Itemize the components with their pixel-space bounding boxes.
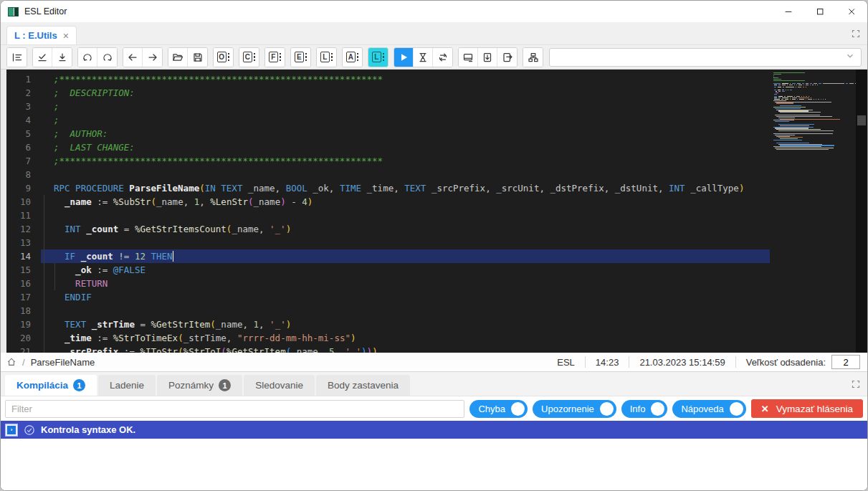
apply-button[interactable] bbox=[52, 48, 72, 67]
syntax-check-button[interactable] bbox=[33, 48, 52, 67]
code-line[interactable]: 9RPC PROCEDURE ParseFileName(IN TEXT _na… bbox=[6, 181, 770, 195]
loop-button[interactable] bbox=[433, 48, 452, 67]
code-line[interactable]: 4; bbox=[6, 113, 770, 127]
object-tree-button[interactable] bbox=[523, 48, 543, 67]
line-content[interactable]: ;***************************************… bbox=[41, 154, 770, 168]
insert-local-variable-button[interactable]: L bbox=[317, 48, 336, 67]
line-content[interactable]: TEXT _strTime = %GetStrItem(_name, 1, '_… bbox=[41, 318, 770, 331]
indent-settings-button[interactable] bbox=[7, 48, 27, 67]
import-document-button[interactable] bbox=[478, 48, 497, 67]
code-line[interactable]: 3; bbox=[6, 100, 770, 113]
code-line[interactable]: 20 _time := %StrToTimeEx(_strTime, "rrrr… bbox=[6, 331, 770, 345]
line-number[interactable]: 21 bbox=[6, 345, 41, 353]
toggle-bottom-panel-button[interactable] bbox=[459, 48, 478, 67]
tab-compilation[interactable]: Kompilácia1 bbox=[5, 375, 97, 396]
code-editor[interactable]: 1;**************************************… bbox=[1, 70, 867, 353]
code-line[interactable]: 12 INT _count = %GetStrItemsCount(_name,… bbox=[6, 222, 770, 236]
code-area[interactable]: 1;**************************************… bbox=[6, 72, 770, 353]
code-line[interactable]: 7;**************************************… bbox=[6, 154, 770, 168]
code-line[interactable]: 10 _name := %SubStr(_name, 1, %LenStr(_n… bbox=[6, 195, 770, 209]
insert-function-button[interactable]: F bbox=[265, 48, 285, 67]
line-content[interactable]: ; DESCRIPTION: bbox=[41, 86, 770, 100]
insert-action-button[interactable]: A bbox=[343, 48, 362, 67]
minimap[interactable] bbox=[770, 72, 856, 353]
minimize-button[interactable] bbox=[773, 1, 804, 22]
line-content[interactable]: _name := %SubStr(_name, 1, %LenStr(_name… bbox=[41, 195, 770, 209]
code-line[interactable]: 18 bbox=[6, 304, 770, 318]
toggle-knob[interactable] bbox=[651, 402, 664, 416]
indent-size-input[interactable] bbox=[831, 355, 860, 369]
code-line[interactable]: 21 _srcPrefix := %IToStr(%StrToI(%GetStr… bbox=[6, 345, 770, 353]
line-content[interactable]: ; bbox=[41, 100, 770, 113]
line-content[interactable] bbox=[41, 209, 770, 222]
line-number[interactable]: 20 bbox=[6, 331, 41, 345]
object-selector-combobox[interactable] bbox=[549, 48, 862, 67]
line-content[interactable]: ; LAST CHANGE: bbox=[41, 140, 770, 154]
line-content[interactable]: ; bbox=[41, 113, 770, 127]
toggle-knob[interactable] bbox=[600, 402, 614, 416]
code-line[interactable]: 5; AUTHOR: bbox=[6, 127, 770, 140]
clear-messages-button[interactable]: ✕ Vymazať hlásenia bbox=[751, 399, 863, 418]
line-content[interactable] bbox=[41, 304, 770, 318]
open-button[interactable] bbox=[168, 48, 188, 67]
navigate-back-button[interactable] bbox=[123, 48, 143, 67]
code-line[interactable]: 2; DESCRIPTION: bbox=[6, 86, 770, 100]
insert-constant-button[interactable]: C bbox=[239, 48, 259, 67]
line-content[interactable] bbox=[41, 236, 770, 249]
tab-notes[interactable]: Poznámky1 bbox=[157, 375, 242, 396]
home-icon[interactable] bbox=[6, 357, 16, 367]
code-line[interactable]: 16 RETURN bbox=[6, 277, 770, 290]
vertical-scrollbar[interactable] bbox=[856, 70, 867, 353]
line-number[interactable]: 8 bbox=[6, 168, 41, 181]
line-number[interactable]: 9 bbox=[6, 181, 41, 195]
wait-button[interactable] bbox=[414, 48, 433, 67]
close-button[interactable] bbox=[836, 1, 867, 22]
tab-breakpoints[interactable]: Body zastavenia bbox=[316, 375, 410, 396]
line-number[interactable]: 13 bbox=[6, 236, 41, 249]
code-line[interactable]: 1;**************************************… bbox=[6, 72, 770, 86]
line-content[interactable]: IF _count != 12 THEN bbox=[41, 249, 770, 263]
line-number[interactable]: 3 bbox=[6, 100, 41, 113]
navigate-forward-button[interactable] bbox=[143, 48, 162, 67]
filter-input[interactable] bbox=[5, 400, 464, 418]
expand-panel-icon[interactable] bbox=[852, 29, 860, 38]
tab-debugging[interactable]: Ladenie bbox=[98, 375, 156, 396]
panel-expand-icon[interactable] bbox=[852, 380, 860, 388]
line-content[interactable]: INT _count = %GetStrItemsCount(_name, '_… bbox=[41, 222, 770, 236]
line-number[interactable]: 10 bbox=[6, 195, 41, 209]
compilation-message-row[interactable]: › Kontrola syntaxe OK. bbox=[1, 421, 867, 439]
insert-event-button[interactable]: E bbox=[291, 48, 310, 67]
code-line[interactable]: 8 bbox=[6, 168, 770, 181]
maximize-button[interactable] bbox=[804, 1, 836, 22]
save-button[interactable] bbox=[188, 48, 207, 67]
scrollbar-thumb[interactable] bbox=[857, 115, 866, 125]
line-content[interactable] bbox=[41, 168, 770, 181]
line-content[interactable]: _ok := @FALSE bbox=[41, 263, 770, 277]
line-number[interactable]: 19 bbox=[6, 318, 41, 331]
tab-close-icon[interactable]: × bbox=[63, 31, 69, 41]
line-content[interactable]: _srcPrefix := %IToStr(%StrToI(%GetStrIte… bbox=[41, 345, 770, 353]
toggle-knob[interactable] bbox=[511, 402, 525, 416]
undo-button[interactable] bbox=[78, 48, 97, 67]
line-number[interactable]: 5 bbox=[6, 127, 41, 140]
code-line[interactable]: 14 IF _count != 12 THEN bbox=[6, 249, 770, 263]
insert-object-button[interactable]: O bbox=[214, 48, 233, 67]
line-content[interactable]: ; AUTHOR: bbox=[41, 127, 770, 140]
code-line[interactable]: 19 TEXT _strTime = %GetStrItem(_name, 1,… bbox=[6, 318, 770, 331]
redo-button[interactable] bbox=[97, 48, 117, 67]
code-line[interactable]: 17 ENDIF bbox=[6, 290, 770, 304]
code-line[interactable]: 15 _ok := @FALSE bbox=[6, 263, 770, 277]
run-button[interactable] bbox=[394, 48, 414, 67]
line-number[interactable]: 15 bbox=[6, 263, 41, 277]
line-content[interactable]: RETURN bbox=[41, 277, 770, 290]
tab-watch[interactable]: Sledovanie bbox=[244, 375, 315, 396]
error-toggle[interactable]: Chyba bbox=[469, 400, 528, 418]
line-number[interactable]: 6 bbox=[6, 140, 41, 154]
line-number[interactable]: 11 bbox=[6, 209, 41, 222]
line-content[interactable]: RPC PROCEDURE ParseFileName(IN TEXT _nam… bbox=[41, 181, 770, 195]
line-number[interactable]: 16 bbox=[6, 277, 41, 290]
toggle-knob[interactable] bbox=[730, 402, 743, 416]
export-document-button[interactable] bbox=[497, 48, 517, 67]
line-content[interactable]: _time := %StrToTimeEx(_strTime, "rrrr-dd… bbox=[41, 331, 770, 345]
line-number[interactable]: 14 bbox=[6, 249, 41, 263]
